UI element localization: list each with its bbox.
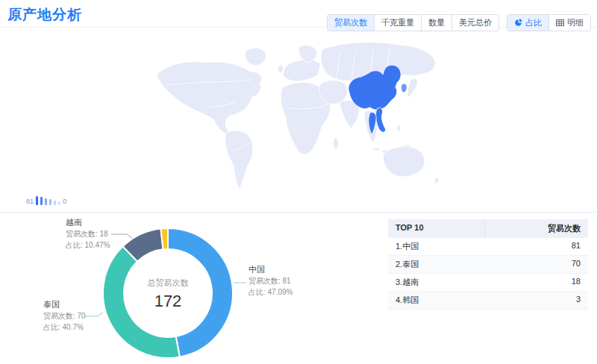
metric-button-group: 贸易次数 千克重量 数量 美元总价 bbox=[327, 14, 499, 31]
continent-europe bbox=[284, 60, 321, 81]
table-cell-country: 3.越南 bbox=[388, 274, 485, 291]
legend-bar bbox=[49, 199, 51, 205]
toolbar: 贸易次数 千克重量 数量 美元总价 占比 明细 bbox=[327, 14, 591, 31]
continent-north-america bbox=[157, 62, 261, 137]
map-legend: 81 0 bbox=[26, 195, 66, 205]
table-row: 2.泰国 70 bbox=[388, 256, 588, 274]
island-madagascar bbox=[334, 138, 339, 148]
pie-label-count: 贸易次数: 18 bbox=[66, 228, 110, 239]
metric-button-label: 美元总价 bbox=[459, 17, 492, 28]
metric-button-label: 贸易次数 bbox=[334, 17, 367, 28]
pie-label-count: 贸易次数: 81 bbox=[249, 275, 293, 286]
legend-bar bbox=[58, 201, 60, 205]
continent-australia bbox=[383, 147, 425, 177]
legend-max: 81 bbox=[26, 198, 34, 205]
metric-button-usd-total[interactable]: 美元总价 bbox=[451, 15, 498, 31]
world-map[interactable] bbox=[0, 37, 597, 213]
legend-bar bbox=[45, 198, 47, 205]
table-row: 1.中国 81 bbox=[388, 238, 588, 256]
legend-bar bbox=[40, 197, 43, 205]
view-button-proportion[interactable]: 占比 bbox=[507, 15, 548, 31]
island-uk bbox=[278, 65, 284, 73]
pie-label-country: 中国 bbox=[249, 264, 293, 275]
pie-label-percent: 占比: 10.47% bbox=[66, 239, 110, 251]
pie-label-china: 中国 贸易次数: 81 占比: 47.09% bbox=[249, 264, 293, 298]
island-new-zealand bbox=[435, 178, 439, 183]
metric-button-trade-count[interactable]: 贸易次数 bbox=[328, 15, 374, 31]
view-button-label: 占比 bbox=[525, 17, 542, 28]
pie-label-percent: 占比: 47.09% bbox=[249, 286, 293, 298]
top10-header-rank: TOP 10 bbox=[388, 219, 485, 238]
pie-label-count: 贸易次数: 70 bbox=[43, 310, 86, 321]
pie-label-country: 越南 bbox=[66, 217, 110, 228]
table-cell-value: 3 bbox=[485, 292, 588, 309]
legend-bar bbox=[54, 201, 56, 205]
origin-analysis-page: 原产地分析 贸易次数 千克重量 数量 美元总价 占比 bbox=[0, 0, 597, 364]
world-map-panel bbox=[0, 37, 597, 213]
top10-table: TOP 10 贸易次数 1.中国 81 2.泰国 70 3.越南 18 4.韩国… bbox=[388, 219, 588, 310]
island-greenland bbox=[245, 48, 266, 66]
pie-label-thailand: 泰国 贸易次数: 70 占比: 40.7% bbox=[43, 299, 86, 333]
table-row: 4.韩国 3 bbox=[388, 292, 588, 310]
metric-button-label: 千克重量 bbox=[381, 17, 414, 28]
table-cell-country: 1.中国 bbox=[388, 238, 485, 255]
pie-label-percent: 占比: 40.7% bbox=[43, 321, 86, 333]
page-title: 原产地分析 bbox=[7, 5, 82, 25]
metric-button-kg-weight[interactable]: 千克重量 bbox=[374, 15, 421, 31]
pie-label-country: 泰国 bbox=[43, 299, 86, 310]
table-icon bbox=[556, 19, 564, 27]
legend-bar bbox=[36, 196, 38, 205]
top10-table-body: 1.中国 81 2.泰国 70 3.越南 18 4.韩国 3 bbox=[388, 238, 588, 310]
continent-south-america bbox=[225, 131, 253, 189]
table-cell-country: 4.韩国 bbox=[388, 292, 485, 309]
table-cell-value: 81 bbox=[485, 238, 588, 255]
island-indonesia-1 bbox=[373, 148, 381, 151]
page-header: 原产地分析 贸易次数 千克重量 数量 美元总价 占比 bbox=[0, 0, 597, 28]
view-button-detail[interactable]: 明细 bbox=[548, 15, 590, 31]
table-row: 3.越南 18 bbox=[388, 274, 588, 292]
metric-button-quantity[interactable]: 数量 bbox=[421, 15, 451, 31]
view-button-group: 占比 明细 bbox=[507, 14, 591, 31]
top10-header-metric: 贸易次数 bbox=[485, 219, 588, 238]
island-philippines bbox=[397, 125, 401, 131]
donut-center-value: 172 bbox=[123, 292, 213, 311]
donut-center-label: 总贸易次数 bbox=[123, 277, 213, 289]
island-japan bbox=[407, 78, 417, 98]
table-cell-value: 70 bbox=[485, 256, 588, 273]
legend-min: 0 bbox=[63, 198, 66, 205]
view-button-label: 明细 bbox=[567, 17, 584, 28]
section-divider bbox=[0, 212, 597, 213]
metric-button-label: 数量 bbox=[428, 17, 445, 28]
top10-table-header: TOP 10 贸易次数 bbox=[388, 219, 588, 238]
table-cell-country: 2.泰国 bbox=[388, 256, 485, 273]
country-korea[interactable] bbox=[401, 84, 407, 92]
table-cell-value: 18 bbox=[485, 274, 588, 291]
pie-icon bbox=[514, 19, 522, 27]
pie-label-vietnam: 越南 贸易次数: 18 占比: 10.47% bbox=[66, 217, 110, 251]
donut-center: 总贸易次数 172 bbox=[123, 277, 213, 311]
